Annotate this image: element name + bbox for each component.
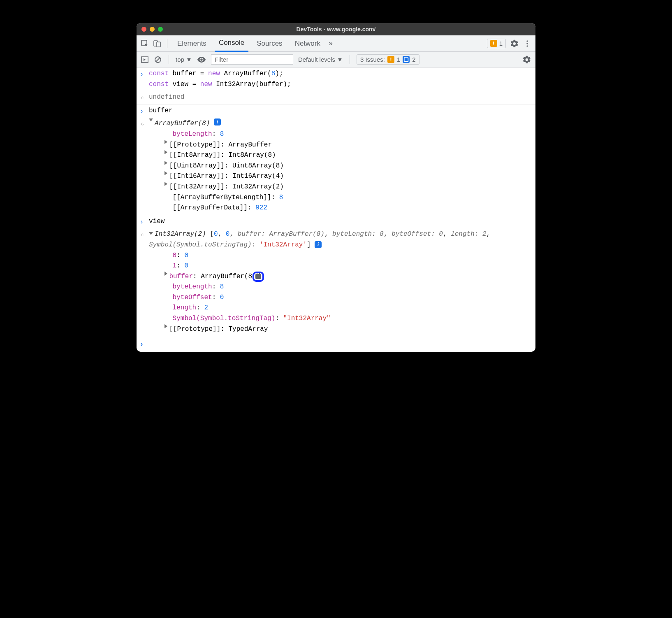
warning-badge-icon: !: [387, 56, 394, 63]
property-value: Int32Array(2): [232, 182, 284, 193]
expand-triangle-icon[interactable]: [165, 140, 167, 144]
object-property[interactable]: [[Prototype]]: ArrayBuffer: [149, 140, 531, 151]
live-expression-icon[interactable]: [197, 55, 206, 64]
property-value: ArrayBuffer: [228, 140, 272, 151]
object-property[interactable]: 0: 0: [149, 251, 531, 261]
minimize-button[interactable]: [150, 27, 155, 32]
object-property[interactable]: [[Int16Array]]: Int16Array(4): [149, 171, 531, 182]
console-input-row: › buffer: [137, 105, 535, 118]
tab-network[interactable]: Network: [291, 35, 324, 52]
titlebar: DevTools - www.google.com/: [137, 23, 535, 35]
settings-icon[interactable]: [510, 39, 519, 48]
property-name: [[Int8Array]]: [169, 150, 220, 161]
property-name: length: [173, 303, 197, 314]
object-property[interactable]: [[Prototype]]: TypedArray: [149, 324, 531, 335]
object-property[interactable]: [[ArrayBufferData]]: 922: [149, 203, 531, 214]
expand-triangle-icon[interactable]: [165, 161, 167, 165]
expand-triangle-icon[interactable]: [165, 182, 167, 186]
info-icon[interactable]: i: [214, 118, 221, 125]
property-name: buffer: [169, 272, 193, 282]
property-name: Symbol(Symbol.toStringTag): [173, 314, 276, 324]
traffic-lights: [141, 27, 163, 32]
sidebar-toggle-icon[interactable]: [141, 56, 149, 64]
property-value: "Int32Array": [283, 314, 330, 324]
info-badge-icon: ❏: [403, 56, 410, 63]
window-title: DevTools - www.google.com/: [137, 26, 535, 33]
property-name: byteLength: [173, 129, 212, 140]
expand-triangle-icon[interactable]: [149, 118, 153, 121]
log-levels-selector[interactable]: Default levels ▼: [298, 56, 343, 63]
expand-triangle-icon[interactable]: [165, 171, 167, 175]
tab-elements[interactable]: Elements: [173, 35, 211, 52]
memory-inspector-icon[interactable]: [253, 272, 264, 282]
property-value: 0: [220, 293, 224, 303]
object-property[interactable]: [[ArrayBufferByteLength]]: 8: [149, 193, 531, 203]
property-value: 8: [220, 282, 224, 293]
return-marker-icon: ‹⸱: [141, 118, 149, 213]
console-settings-icon[interactable]: [522, 55, 531, 64]
clear-console-icon[interactable]: [154, 56, 162, 64]
object-property[interactable]: 1: 0: [149, 261, 531, 272]
info-icon[interactable]: i: [315, 241, 322, 248]
property-name: 1: [173, 261, 177, 272]
close-button[interactable]: [141, 27, 146, 32]
svg-rect-2: [157, 42, 160, 47]
console-output[interactable]: › const buffer = new ArrayBuffer(8); con…: [137, 67, 535, 352]
issue-counter[interactable]: ! 1: [487, 39, 506, 48]
property-name: [[Prototype]]: [169, 140, 220, 151]
undefined-value: undefined: [149, 92, 531, 103]
object-header[interactable]: ArrayBuffer(8) i: [149, 118, 531, 129]
expand-triangle-icon[interactable]: [165, 272, 167, 276]
expand-triangle-icon[interactable]: [149, 232, 153, 235]
property-name: [[Int32Array]]: [169, 182, 224, 193]
object-property[interactable]: byteOffset: 0: [149, 293, 531, 303]
input-marker-icon: ›: [141, 106, 149, 116]
expand-triangle-icon[interactable]: [165, 324, 167, 328]
maximize-button[interactable]: [158, 27, 163, 32]
kebab-menu-icon[interactable]: [523, 39, 531, 48]
code-line: const buffer = new ArrayBuffer(8); const…: [149, 69, 531, 90]
code-line: view: [149, 216, 531, 227]
return-marker-icon: ‹⸱: [141, 229, 149, 335]
property-name: [[Uint8Array]]: [169, 161, 224, 172]
object-property[interactable]: [[Uint8Array]]: Uint8Array(8): [149, 161, 531, 172]
tab-console[interactable]: Console: [215, 35, 248, 52]
object-tree: ArrayBuffer(8) i byteLength: 8 [[Prototy…: [149, 118, 531, 213]
object-tree: Int32Array(2) [0, 0, buffer: ArrayBuffer…: [149, 229, 531, 335]
property-value: 8: [279, 193, 283, 203]
input-marker-icon: ›: [141, 69, 149, 90]
expand-triangle-icon[interactable]: [165, 150, 167, 154]
console-prompt[interactable]: ›: [137, 336, 535, 352]
object-property[interactable]: byteLength: 8: [149, 282, 531, 293]
property-value: Uint8Array(8): [232, 161, 284, 172]
object-property[interactable]: byteLength: 8: [149, 129, 531, 140]
devtools-window: DevTools - www.google.com/ Elements Cons…: [137, 23, 535, 352]
object-header[interactable]: Int32Array(2) [0, 0, buffer: ArrayBuffer…: [149, 229, 531, 250]
divider: [350, 55, 350, 64]
svg-line-8: [156, 58, 160, 62]
console-toolbar: top ▼ Default levels ▼ 3 Issues: ! 1 ❏ 2: [137, 52, 535, 67]
property-value: TypedArray: [228, 324, 268, 335]
more-tabs-icon[interactable]: »: [329, 39, 333, 48]
tab-sources[interactable]: Sources: [253, 35, 286, 52]
property-name: byteLength: [173, 282, 212, 293]
console-input-row: › const buffer = new ArrayBuffer(8); con…: [137, 67, 535, 91]
object-property[interactable]: [[Int32Array]]: Int32Array(2): [149, 182, 531, 193]
object-property[interactable]: buffer: ArrayBuffer(8: [149, 272, 531, 282]
object-property[interactable]: Symbol(Symbol.toStringTag): "Int32Array": [149, 314, 531, 324]
property-value: Int16Array(4): [232, 171, 284, 182]
property-name: [[Int16Array]]: [169, 171, 224, 182]
property-value: 2: [204, 303, 208, 314]
object-property[interactable]: [[Int8Array]]: Int8Array(8): [149, 150, 531, 161]
filter-input[interactable]: [211, 54, 293, 65]
console-return-row: ‹⸱ Int32Array(2) [0, 0, buffer: ArrayBuf…: [137, 228, 535, 336]
console-input-row: › view: [137, 215, 535, 228]
device-toggle-icon[interactable]: [153, 39, 161, 48]
object-property[interactable]: length: 2: [149, 303, 531, 314]
console-return-row: ‹⸱ undefined: [137, 91, 535, 105]
inspect-icon[interactable]: [141, 39, 149, 48]
issues-box[interactable]: 3 Issues: ! 1 ❏ 2: [357, 54, 419, 65]
property-name: 0: [173, 251, 177, 261]
code-line: buffer: [149, 106, 531, 116]
context-selector[interactable]: top ▼: [176, 56, 192, 63]
